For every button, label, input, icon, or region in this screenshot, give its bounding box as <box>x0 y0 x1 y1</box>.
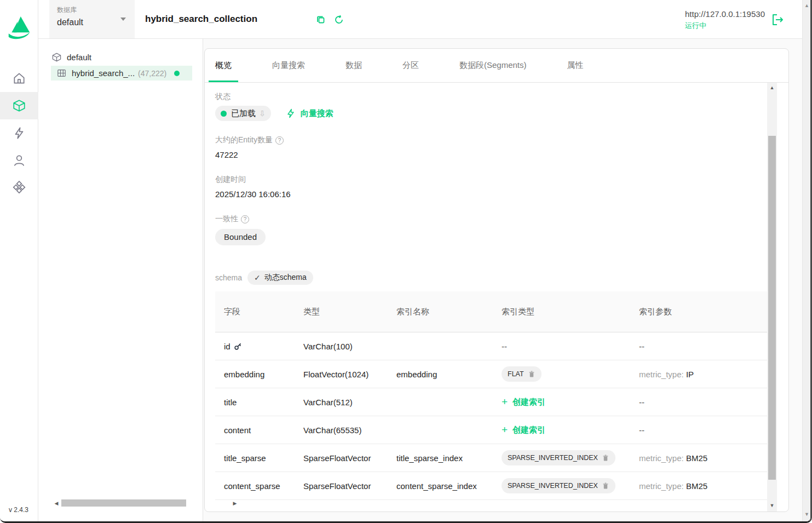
trash-icon <box>602 454 609 462</box>
loaded-dot-icon <box>174 71 180 76</box>
server-url: http://127.0.0.1:19530 <box>685 9 765 19</box>
overview-panel: 状态 已加载 ⇩ 向量搜索 <box>205 83 777 511</box>
index-params-cell: -- <box>630 342 768 351</box>
table-row: title_sparseSparseFloatVectortitle_spars… <box>215 444 768 472</box>
delete-index-button[interactable] <box>528 370 535 378</box>
refresh-button[interactable] <box>334 15 344 25</box>
database-cube-icon <box>51 52 62 62</box>
created-time-value: 2025/12/30 16:06:16 <box>215 189 767 199</box>
check-icon: ✓ <box>254 273 261 282</box>
tree-item-collection[interactable]: hybrid_search_... (47,222) <box>51 66 192 81</box>
nav-system[interactable] <box>0 174 38 202</box>
index-params-cell: metric_type: BM25 <box>630 453 768 463</box>
table-row: idVarChar(100)---- <box>215 332 768 360</box>
index-params-cell: metric_type: IP <box>630 370 768 379</box>
schema-label: schema <box>215 273 242 282</box>
consistency-value-chip: Bounded <box>215 229 266 245</box>
vscroll-thumb[interactable] <box>768 136 776 480</box>
schema-table: 字段类型索引名称索引类型索引参数 idVarChar(100)----embed… <box>215 291 768 500</box>
tab-1[interactable]: 概览 <box>207 49 240 82</box>
scroll-up-icon[interactable]: ▲ <box>803 3 811 8</box>
scroll-down-icon[interactable]: ▼ <box>767 503 777 508</box>
field-type-cell: VarChar(100) <box>295 342 388 351</box>
tree-collection-count: (47,222) <box>138 69 166 78</box>
database-selector-value: default <box>57 18 127 27</box>
table-row: embeddingFloatVector(1024)embeddingFLATm… <box>215 360 768 388</box>
release-icon[interactable]: ⇩ <box>259 109 266 118</box>
field-name-cell: content_sparse <box>215 481 295 491</box>
scroll-up-icon[interactable]: ▲ <box>767 85 777 90</box>
collection-card: 概览向量搜索数据分区数据段(Segments)属性 状态 已加载 ⇩ <box>204 48 789 512</box>
table-column-header: 索引类型 <box>493 307 630 317</box>
tab-3[interactable]: 数据 <box>337 49 370 82</box>
entity-count-value: 47222 <box>215 150 767 159</box>
scroll-right-icon[interactable]: ▶ <box>231 501 239 506</box>
loaded-status-chip[interactable]: 已加载 ⇩ <box>215 106 271 121</box>
index-params-cell: -- <box>630 426 768 435</box>
collection-title: hybrid_search_collection <box>145 14 257 25</box>
table-row: contentVarChar(65535)+创建索引-- <box>215 416 768 444</box>
plus-icon: + <box>502 396 508 408</box>
index-type-chip: FLAT <box>502 366 542 382</box>
collections-tree: default hybrid_search_... (47,222) ◀ ▶ <box>38 39 203 521</box>
bolt-icon <box>285 108 296 119</box>
index-type-cell: -- <box>493 342 630 351</box>
create-index-button[interactable]: +创建索引 <box>502 424 545 436</box>
main-area: 概览向量搜索数据分区数据段(Segments)属性 状态 已加载 ⇩ <box>203 39 802 521</box>
nav-search[interactable] <box>0 119 38 147</box>
tab-6[interactable]: 属性 <box>559 49 592 82</box>
nav-home[interactable] <box>0 65 38 92</box>
bolt-icon <box>12 126 26 140</box>
help-icon[interactable]: ? <box>275 136 284 145</box>
apps-icon <box>12 181 26 195</box>
header: › 数据库 default hybrid_search_collection h… <box>38 0 802 39</box>
table-column-header: 索引参数 <box>630 307 768 317</box>
tree-collection-name: hybrid_search_... <box>72 68 135 78</box>
scroll-down-icon[interactable]: ▼ <box>803 511 811 517</box>
tab-5[interactable]: 数据段(Segments) <box>451 49 535 82</box>
field-name-cell: title <box>215 398 295 407</box>
create-index-button[interactable]: +创建索引 <box>502 396 545 408</box>
database-selector-label: 数据库 <box>57 5 127 15</box>
index-type-cell: +创建索引 <box>493 424 630 436</box>
field-name-cell: title_sparse <box>215 453 295 463</box>
trash-icon <box>528 370 535 378</box>
nav-database[interactable] <box>0 92 38 119</box>
delete-index-button[interactable] <box>602 454 609 462</box>
panel-vertical-scrollbar[interactable]: ▲ ▼ <box>767 83 777 511</box>
delete-index-button[interactable] <box>602 482 609 490</box>
primary-key-icon <box>234 342 242 350</box>
scroll-left-icon[interactable]: ◀ <box>53 501 60 506</box>
help-icon[interactable]: ? <box>241 215 249 223</box>
index-type-chip: SPARSE_INVERTED_INDEX <box>502 450 615 465</box>
tree-item-database[interactable]: default <box>51 50 203 65</box>
page-vertical-scrollbar[interactable]: ▲ ▼ <box>802 0 810 521</box>
cube-icon <box>12 99 26 113</box>
database-selector[interactable]: 数据库 default <box>49 0 135 38</box>
logout-button[interactable] <box>770 13 785 27</box>
field-name-cell: content <box>215 426 295 435</box>
app-window: v 2.4.3 › 数据库 default hybrid_search_coll… <box>0 0 812 523</box>
tab-2[interactable]: 向量搜索 <box>264 49 313 82</box>
refresh-icon <box>334 15 344 25</box>
logout-icon <box>770 13 785 27</box>
loaded-chip-label: 已加载 <box>231 108 256 119</box>
nav-rail: v 2.4.3 <box>0 0 38 521</box>
app-version: v 2.4.3 <box>9 506 28 514</box>
copy-icon <box>316 15 326 25</box>
index-params-cell: metric_type: BM25 <box>630 481 768 491</box>
home-icon <box>12 71 26 85</box>
field-type-cell: SparseFloatVector <box>295 453 388 463</box>
hscroll-thumb[interactable] <box>61 499 186 507</box>
tree-horizontal-scrollbar[interactable]: ◀ ▶ <box>53 499 239 507</box>
vector-search-link[interactable]: 向量搜索 <box>285 108 333 119</box>
index-name-cell: title_sparse_index <box>388 453 493 463</box>
nav-users[interactable] <box>0 147 38 174</box>
field-type-cell: FloatVector(1024) <box>295 370 388 379</box>
status-label: 状态 <box>215 92 767 102</box>
copy-button[interactable] <box>316 15 326 25</box>
table-row: titleVarChar(512)+创建索引-- <box>215 388 768 416</box>
field-name-cell: id <box>215 342 295 351</box>
tab-4[interactable]: 分区 <box>394 49 427 82</box>
user-icon <box>12 153 26 168</box>
